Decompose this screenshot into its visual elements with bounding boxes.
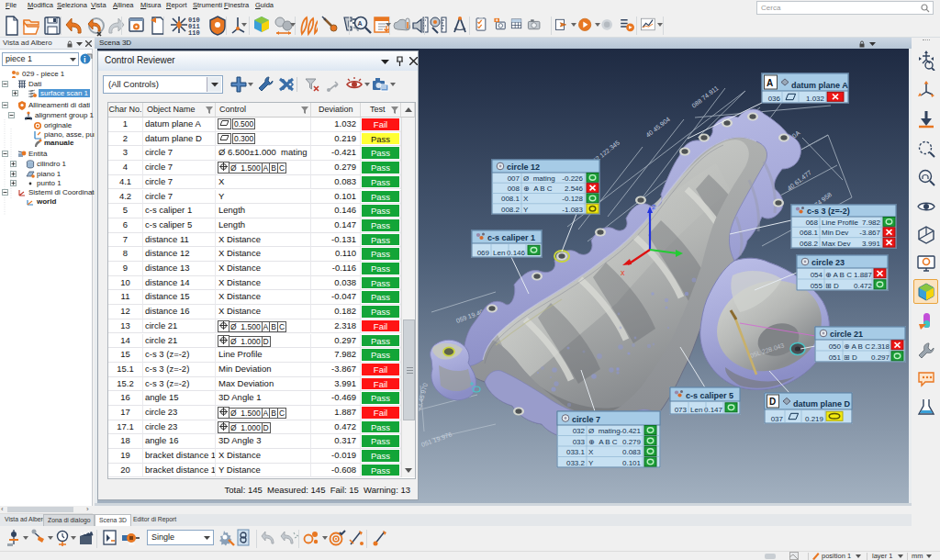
svg-text:Ø mating: Ø mating — [523, 174, 555, 183]
svg-text:-0.421: -0.421 — [620, 427, 641, 435]
svg-text:circle 23: circle 23 — [811, 258, 845, 267]
svg-text:A: A — [358, 20, 363, 27]
svg-text:circle 21: circle 21 — [830, 330, 863, 339]
svg-text:068.1: 068.1 — [800, 229, 819, 237]
svg-text:069: 069 — [477, 249, 490, 257]
svg-text:Len: Len — [493, 249, 505, 257]
svg-text:-0.226: -0.226 — [562, 174, 583, 183]
svg-text:datum plane A: datum plane A — [791, 81, 848, 90]
svg-text:Max Dev: Max Dev — [822, 240, 851, 248]
svg-text:1.032: 1.032 — [806, 95, 825, 103]
svg-text:033: 033 — [573, 438, 586, 446]
svg-text:Y: Y — [588, 459, 594, 467]
svg-text:0.083: 0.083 — [622, 448, 642, 456]
svg-text:circle 12: circle 12 — [507, 162, 540, 172]
svg-text:i: i — [84, 55, 86, 64]
svg-text:-1.083: -1.083 — [562, 206, 583, 214]
svg-text:-0.128: -0.128 — [562, 195, 583, 203]
svg-text:Line Profile: Line Profile — [822, 218, 859, 227]
svg-text:0.146: 0.146 — [507, 249, 526, 257]
svg-text:c-s caliper 1: c-s caliper 1 — [487, 233, 535, 242]
svg-text:Ø mating: Ø mating — [588, 427, 621, 435]
svg-text:033.2: 033.2 — [566, 459, 586, 467]
svg-text:A: A — [767, 78, 773, 88]
svg-text:3.991: 3.991 — [862, 240, 881, 248]
svg-text:0.279: 0.279 — [622, 438, 642, 446]
svg-text:0.297: 0.297 — [871, 353, 890, 362]
svg-text:2.546: 2.546 — [565, 185, 584, 193]
svg-text:MM: MM — [129, 542, 135, 546]
svg-text:X: X — [588, 448, 594, 456]
svg-text:Len: Len — [690, 406, 702, 414]
svg-text:2.318: 2.318 — [871, 342, 890, 351]
svg-text:c-s 3 (z=-2): c-s 3 (z=-2) — [807, 207, 850, 216]
svg-text:073: 073 — [675, 406, 688, 414]
svg-text:datum plane D: datum plane D — [793, 399, 851, 409]
svg-text:⊞ D: ⊞ D — [825, 282, 839, 290]
svg-text:051: 051 — [829, 353, 842, 362]
svg-text:0.472: 0.472 — [854, 282, 873, 290]
svg-text:⊞ D: ⊞ D — [844, 353, 857, 362]
svg-text:033.1: 033.1 — [566, 448, 586, 456]
svg-text:7.982: 7.982 — [862, 218, 881, 227]
svg-text:Min Dev: Min Dev — [822, 229, 848, 237]
svg-text:008: 008 — [508, 185, 520, 193]
svg-text:007: 007 — [508, 174, 520, 183]
svg-text:008.2: 008.2 — [501, 206, 520, 214]
svg-text:036: 036 — [768, 95, 781, 103]
svg-text:0.147: 0.147 — [704, 406, 723, 414]
svg-text:⊕ A B C: ⊕ A B C — [825, 271, 852, 279]
svg-text:008.1: 008.1 — [501, 195, 520, 203]
svg-text:032: 032 — [573, 427, 586, 435]
svg-text:050: 050 — [829, 342, 842, 351]
svg-text:⊕ A B C: ⊕ A B C — [588, 438, 618, 446]
svg-text:0.219: 0.219 — [805, 415, 824, 423]
svg-text:110: 110 — [188, 29, 200, 37]
svg-text:054: 054 — [811, 271, 823, 279]
svg-text:x: x — [621, 268, 625, 277]
svg-text:-3.867: -3.867 — [859, 229, 880, 237]
svg-text:c-s caliper 5: c-s caliper 5 — [686, 391, 733, 400]
svg-text:X: X — [523, 195, 529, 203]
svg-text:068: 068 — [806, 218, 819, 227]
svg-text:068.2: 068.2 — [800, 240, 819, 248]
svg-text:055: 055 — [811, 282, 823, 290]
svg-text:z: z — [652, 202, 656, 211]
svg-text:circle 7: circle 7 — [572, 415, 600, 424]
svg-text:Y: Y — [523, 206, 529, 214]
svg-text:1.887: 1.887 — [854, 271, 873, 279]
svg-text:037: 037 — [771, 415, 784, 423]
svg-text:D: D — [769, 397, 776, 407]
svg-text:0.101: 0.101 — [622, 459, 642, 467]
svg-text:⊕ A B C: ⊕ A B C — [523, 185, 553, 193]
svg-text:⊕ A B C: ⊕ A B C — [844, 342, 870, 351]
